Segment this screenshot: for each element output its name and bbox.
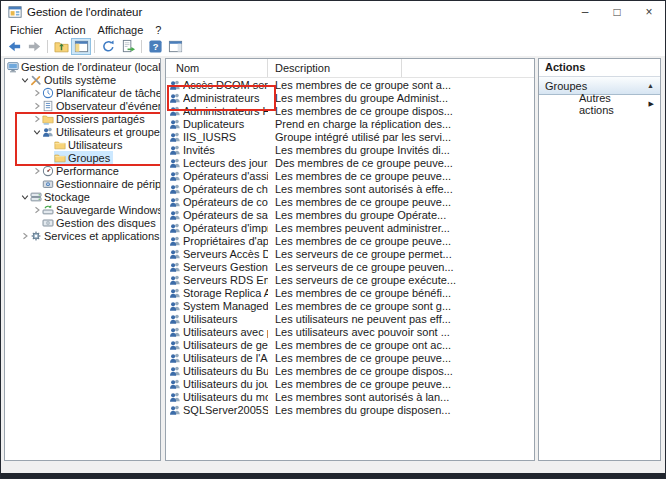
tree-item-gestion-des-disques[interactable]: Gestion des disques [5, 216, 160, 229]
group-row-administrateurs-hype[interactable]: Administrateurs Hype...Les membres de ce… [166, 104, 534, 117]
collapse-arrow-icon[interactable]: ▲ [647, 82, 654, 89]
group-row-serveurs-rds-endpoint[interactable]: Serveurs RDS EndpointLes serveurs de ce … [166, 273, 534, 286]
show-console-tree-button[interactable] [71, 38, 91, 55]
group-description: Les membres de ce groupe sont g... [268, 300, 534, 312]
minimize-button[interactable]: – [569, 1, 601, 23]
group-row-utilisateurs-de-l-analy[interactable]: Utilisateurs de l'Analy...Les membres de… [166, 351, 534, 364]
group-row-operateurs-de-sauveg[interactable]: Opérateurs de sauveg...Les membres du gr… [166, 208, 534, 221]
chevron-down-icon[interactable] [19, 193, 30, 201]
actions-item-autres-actions[interactable]: Autres actions ▶ [539, 95, 660, 112]
group-name: Utilisateurs de gestion... [183, 339, 268, 351]
chevron-down-icon[interactable] [31, 128, 42, 136]
chevron-down-icon[interactable] [19, 76, 30, 84]
tree-item-dossiers-partages[interactable]: Dossiers partagés [5, 112, 160, 125]
usersgroup-icon [42, 126, 55, 138]
group-icon [169, 287, 181, 299]
group-row-duplicateurs[interactable]: DuplicateursPrend en charge la réplicati… [166, 117, 534, 130]
tree-item-label: Gestion de l'ordinateur (local) [20, 61, 161, 73]
console-tree: Gestion de l'ordinateur (local)Outils sy… [5, 59, 160, 242]
group-icon [169, 300, 181, 312]
tree-item-utilisateurs[interactable]: Utilisateurs [5, 138, 160, 151]
group-row-serveurs-gestion-rds[interactable]: Serveurs Gestion RDSLes serveurs de ce g… [166, 260, 534, 273]
forward-button[interactable] [24, 38, 44, 55]
perfmon-icon [42, 165, 55, 177]
group-name: IIS_IUSRS [183, 131, 268, 143]
up-one-level-button[interactable] [51, 38, 71, 55]
mmc-app-icon [8, 5, 22, 19]
tree-item-groupes[interactable]: Groupes [5, 151, 160, 164]
tree-item-services-et-applications[interactable]: Services et applications [5, 229, 160, 242]
folder-icon [54, 152, 67, 164]
show-action-pane-button[interactable] [165, 38, 185, 55]
chevron-right-icon[interactable] [31, 167, 42, 175]
group-icon [169, 209, 181, 221]
back-button[interactable] [4, 38, 24, 55]
group-name: Serveurs Gestion RDS [183, 261, 268, 273]
group-row-operateurs-de-chiffre[interactable]: Opérateurs de chiffre...Les membres sont… [166, 182, 534, 195]
menu-item-action[interactable]: Action [49, 24, 92, 36]
menu-item-help[interactable]: ? [149, 24, 167, 36]
group-row-operateurs-de-config[interactable]: Opérateurs de config...Les membres de ce… [166, 195, 534, 208]
group-row-serveurs-acces-distan[interactable]: Serveurs Accès Distan...Les serveurs de … [166, 247, 534, 260]
export-list-button[interactable] [118, 38, 138, 55]
menu-item-fichier[interactable]: Fichier [4, 24, 49, 36]
chevron-right-icon[interactable] [19, 232, 30, 240]
group-row-system-managed-acc[interactable]: System Managed Acc...Les membres de ce g… [166, 299, 534, 312]
services-icon [30, 230, 43, 242]
group-row-proprietaires-d-appareils[interactable]: Propriétaires d'appareilsLes membres de … [166, 234, 534, 247]
group-row-utilisateurs-du-model[interactable]: Utilisateurs du modèl...Les membres sont… [166, 390, 534, 403]
group-row-utilisateurs-du-journal[interactable]: Utilisateurs du journal...Les membres de… [166, 377, 534, 390]
group-row-lecteurs-des-journaux[interactable]: Lecteurs des journaux...Des membres de c… [166, 156, 534, 169]
tree-item-stockage[interactable]: Stockage [5, 190, 160, 203]
actions-group-label: Groupes [545, 80, 647, 92]
maximize-button[interactable]: □ [601, 1, 633, 23]
tree-item-gestion-de-l-ordinateur-local[interactable]: Gestion de l'ordinateur (local) [5, 60, 160, 73]
tree-item-observateur-d-evenements[interactable]: Observateur d'événements [5, 99, 160, 112]
menu-bar: FichierActionAffichage? [1, 23, 665, 37]
group-row-invites[interactable]: InvitésLes membres du groupe Invités di.… [166, 143, 534, 156]
column-header-nom[interactable]: Nom [166, 59, 268, 77]
tree-item-outils-systeme[interactable]: Outils système [5, 73, 160, 86]
group-icon [169, 352, 181, 364]
group-description: Les membres de ce groupe bénéfi... [268, 287, 534, 299]
group-row-storage-replica-admi[interactable]: Storage Replica Admi...Les membres de ce… [166, 286, 534, 299]
refresh-button[interactable] [98, 38, 118, 55]
folder-up-icon [54, 39, 69, 54]
group-row-utilisateurs-avec-pouv[interactable]: Utilisateurs avec pouv...Les utilisateur… [166, 325, 534, 338]
group-icon [169, 378, 181, 390]
group-row-utilisateurs[interactable]: UtilisateursLes utilisateurs ne peuvent … [166, 312, 534, 325]
chevron-right-icon[interactable] [31, 115, 42, 123]
chevron-right-icon[interactable] [31, 102, 42, 110]
actions-item-label: Autres actions [579, 92, 649, 116]
help-button[interactable]: ? [145, 38, 165, 55]
group-row-utilisateurs-de-gestion[interactable]: Utilisateurs de gestion...Les membres de… [166, 338, 534, 351]
group-row-acces-dcom-service[interactable]: Accès DCOM service...Les membres de ce g… [166, 78, 534, 91]
group-description: Prend en charge la réplication des... [268, 118, 534, 130]
scheduler-icon [42, 87, 55, 99]
close-button[interactable]: × [633, 1, 665, 23]
group-row-iis-iusrs[interactable]: IIS_IUSRSGroupe intégré utilisé par les … [166, 130, 534, 143]
action-pane-icon [168, 39, 183, 54]
chevron-right-icon[interactable] [31, 89, 42, 97]
tree-item-gestionnaire-de-peripheriques[interactable]: Gestionnaire de périphériques [5, 177, 160, 190]
group-row-sqlserver2005sqlbro[interactable]: SQLServer2005SQLBro...Les membres du gro… [166, 403, 534, 416]
group-name: Accès DCOM service... [183, 79, 268, 91]
tree-item-main: Groupes [54, 151, 113, 164]
computer-management-window: Gestion de l'ordinateur – □ × FichierAct… [0, 0, 666, 479]
column-header-description[interactable]: Description [268, 59, 402, 77]
menu-item-affichage[interactable]: Affichage [92, 24, 150, 36]
chevron-right-icon[interactable] [31, 206, 42, 214]
group-row-utilisateurs-du-bureau[interactable]: Utilisateurs du Bureau...Les membres de … [166, 364, 534, 377]
group-description: Les membres sont autorisés à effe... [268, 183, 534, 195]
group-row-operateurs-d-impressi[interactable]: Opérateurs d'impressi...Les membres peuv… [166, 221, 534, 234]
tree-item-utilisateurs-et-groupes-locaux[interactable]: Utilisateurs et groupes locaux [5, 125, 160, 138]
tree-item-performance[interactable]: Performance [5, 164, 160, 177]
tree-item-planificateur-de-taches[interactable]: Planificateur de tâches [5, 86, 160, 99]
group-description: Les membres de ce groupe dispos... [268, 105, 534, 117]
backup-icon [42, 204, 55, 216]
group-row-operateurs-d-assistan[interactable]: Opérateurs d'assistan...Les membres de c… [166, 169, 534, 182]
group-name: Opérateurs de config... [183, 196, 268, 208]
toolbar: ? [1, 37, 665, 57]
tree-item-sauvegarde-windows-server[interactable]: Sauvegarde Windows Server [5, 203, 160, 216]
group-row-administrateurs[interactable]: AdministrateursLes membres du groupe Adm… [166, 91, 534, 104]
